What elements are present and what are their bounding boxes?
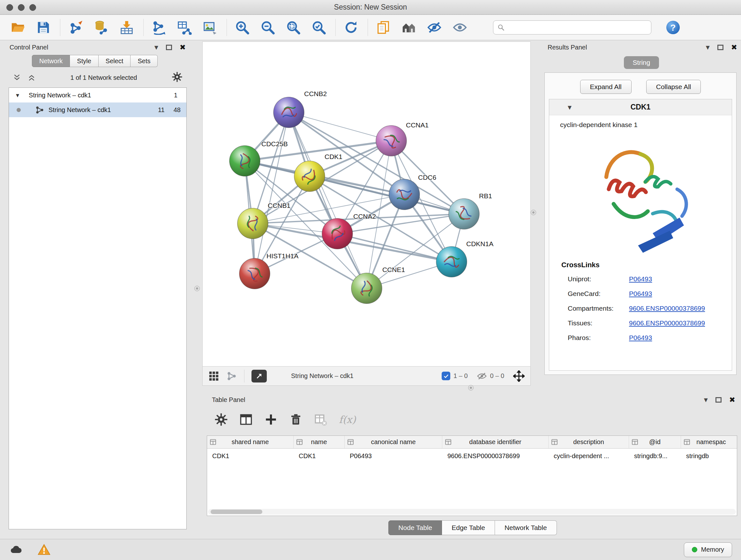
edge-CCNB2-CCNE1[interactable] bbox=[289, 112, 367, 288]
panel-close-icon[interactable]: ✖ bbox=[180, 44, 186, 51]
import-table-button[interactable] bbox=[117, 17, 137, 38]
collapse-all-button[interactable]: Collapse All bbox=[646, 80, 701, 94]
search-input[interactable] bbox=[508, 24, 647, 31]
function-builder-button[interactable]: f(x) bbox=[339, 414, 356, 425]
column-header-description[interactable]: description bbox=[549, 436, 629, 448]
node-CCNB1[interactable] bbox=[238, 208, 268, 239]
export-image-button[interactable] bbox=[200, 17, 220, 38]
tab-network[interactable]: Network bbox=[32, 55, 70, 67]
node-CDK1[interactable] bbox=[294, 161, 325, 192]
column-header-database-identifier[interactable]: database identifier bbox=[442, 436, 549, 448]
hide-selected-button[interactable] bbox=[424, 17, 445, 38]
warnings-button[interactable] bbox=[37, 543, 51, 556]
tab-style[interactable]: Style bbox=[70, 55, 98, 67]
window-minimize-button[interactable] bbox=[18, 4, 24, 11]
table-settings-gear-icon[interactable] bbox=[214, 413, 228, 426]
tab-network-table[interactable]: Network Table bbox=[495, 520, 557, 535]
column-header-shared-name[interactable]: shared name bbox=[207, 436, 293, 448]
panel-menu-icon[interactable]: ▾ bbox=[154, 44, 158, 51]
expand-all-icon[interactable] bbox=[27, 73, 36, 82]
table-horizontal-scrollbar[interactable] bbox=[208, 509, 736, 515]
crosslink-value-link[interactable]: 9606.ENSP00000378699 bbox=[629, 305, 705, 312]
column-header-id[interactable]: @id bbox=[629, 436, 681, 448]
column-header-namespac[interactable]: namespac bbox=[681, 436, 737, 448]
add-column-plus-icon[interactable] bbox=[264, 413, 278, 426]
crosslink-value-link[interactable]: P06493 bbox=[629, 275, 652, 283]
panel-float-icon[interactable] bbox=[166, 45, 172, 50]
network-view-button[interactable] bbox=[226, 371, 237, 381]
node-label-CDC6: CDC6 bbox=[418, 174, 436, 181]
show-graphics-details-button[interactable] bbox=[450, 17, 470, 38]
zoom-fit-icon bbox=[286, 20, 300, 35]
column-header-canonical-name[interactable]: canonical name bbox=[345, 436, 442, 448]
network-row[interactable]: String Network – cdk1 11 48 bbox=[9, 103, 186, 117]
panel-menu-icon[interactable]: ▾ bbox=[704, 396, 708, 403]
selected-indicator-checkbox[interactable] bbox=[442, 372, 450, 380]
help-button[interactable]: ? bbox=[663, 17, 683, 38]
window-close-button[interactable] bbox=[6, 4, 13, 11]
gene-entry-header[interactable]: ▾ CDK1 bbox=[549, 99, 732, 115]
tab-select[interactable]: Select bbox=[98, 55, 131, 67]
save-session-button[interactable] bbox=[33, 17, 54, 38]
delete-column-trash-icon[interactable] bbox=[289, 413, 302, 426]
node-CCNB2[interactable] bbox=[273, 97, 304, 128]
collapse-all-icon[interactable] bbox=[13, 73, 21, 82]
panel-menu-icon[interactable]: ▾ bbox=[706, 44, 710, 51]
node-CDC25B[interactable] bbox=[229, 145, 260, 176]
tab-node-table[interactable]: Node Table bbox=[388, 520, 442, 535]
crosslink-value-link[interactable]: P06493 bbox=[629, 334, 652, 341]
expand-all-button[interactable]: Expand All bbox=[580, 80, 631, 94]
delete-table-icon[interactable] bbox=[314, 413, 327, 426]
tree-expander-icon[interactable]: ▾ bbox=[16, 91, 19, 99]
node-HIST1H1A[interactable] bbox=[239, 258, 270, 289]
node-CCNE1[interactable] bbox=[351, 273, 382, 304]
import-network-database-button[interactable] bbox=[91, 17, 111, 38]
bottom-splitter-handle[interactable] bbox=[468, 385, 474, 390]
network-options-button[interactable] bbox=[172, 71, 185, 84]
node-CCNA1[interactable] bbox=[376, 125, 407, 156]
window-zoom-button[interactable] bbox=[29, 4, 36, 11]
zoom-out-button[interactable] bbox=[258, 17, 278, 38]
scrollbar-thumb[interactable] bbox=[211, 509, 262, 514]
memory-button[interactable]: Memory bbox=[684, 543, 732, 557]
table-row[interactable]: CDK1CDK1P064939606.ENSP00000378699cyclin… bbox=[207, 449, 737, 463]
panel-float-icon[interactable] bbox=[718, 45, 724, 50]
open-session-button[interactable] bbox=[8, 17, 28, 38]
right-splitter-handle[interactable] bbox=[531, 210, 536, 215]
results-tab-string[interactable]: String bbox=[624, 56, 659, 69]
zoom-in-button[interactable] bbox=[232, 17, 253, 38]
network-from-table-button[interactable] bbox=[174, 17, 195, 38]
pan-crosshair-icon[interactable] bbox=[513, 370, 525, 382]
zoom-fit-button[interactable] bbox=[283, 17, 304, 38]
network-collection-row[interactable]: ▾ String Network – cdk1 1 bbox=[9, 88, 186, 103]
edge-CCNB2-HIST1H1A[interactable] bbox=[255, 112, 289, 273]
crosslink-value-link[interactable]: 9606.ENSP00000378699 bbox=[629, 319, 705, 327]
zoom-selected-button[interactable] bbox=[309, 17, 329, 38]
new-network-button[interactable] bbox=[149, 17, 169, 38]
tab-sets[interactable]: Sets bbox=[131, 55, 158, 67]
clone-network-button[interactable] bbox=[373, 17, 394, 38]
panel-close-icon[interactable]: ✖ bbox=[729, 396, 735, 403]
birds-eye-view-button[interactable] bbox=[252, 370, 267, 382]
show-all-panels-button[interactable] bbox=[399, 17, 419, 38]
column-header-name[interactable]: name bbox=[293, 436, 345, 448]
node-RB1[interactable] bbox=[449, 199, 479, 229]
node-CCNA2[interactable] bbox=[322, 219, 353, 249]
node-CDKN1A[interactable] bbox=[436, 246, 467, 277]
edge-CCNB2-CCNA1[interactable] bbox=[289, 112, 391, 141]
window-titlebar: Session: New Session bbox=[0, 0, 741, 15]
panel-close-icon[interactable]: ✖ bbox=[731, 44, 737, 51]
table-cell: P06493 bbox=[345, 449, 442, 463]
grid-view-button[interactable] bbox=[208, 371, 219, 381]
crosslink-value-link[interactable]: P06493 bbox=[629, 290, 652, 298]
import-network-file-button[interactable] bbox=[65, 17, 86, 38]
show-columns-icon[interactable] bbox=[239, 413, 253, 426]
refresh-layout-button[interactable] bbox=[341, 17, 361, 38]
cloud-status-button[interactable] bbox=[9, 543, 23, 556]
tab-edge-table[interactable]: Edge Table bbox=[442, 520, 495, 535]
network-canvas[interactable]: CCNB2CCNA1CDC25BCDK1CDC6RB1CCNB1CCNA2CDK… bbox=[203, 42, 530, 366]
panel-float-icon[interactable] bbox=[716, 397, 722, 402]
node-CDC6[interactable] bbox=[389, 179, 420, 210]
left-splitter-handle[interactable] bbox=[194, 286, 200, 291]
collapse-entry-icon[interactable]: ▾ bbox=[568, 104, 571, 111]
